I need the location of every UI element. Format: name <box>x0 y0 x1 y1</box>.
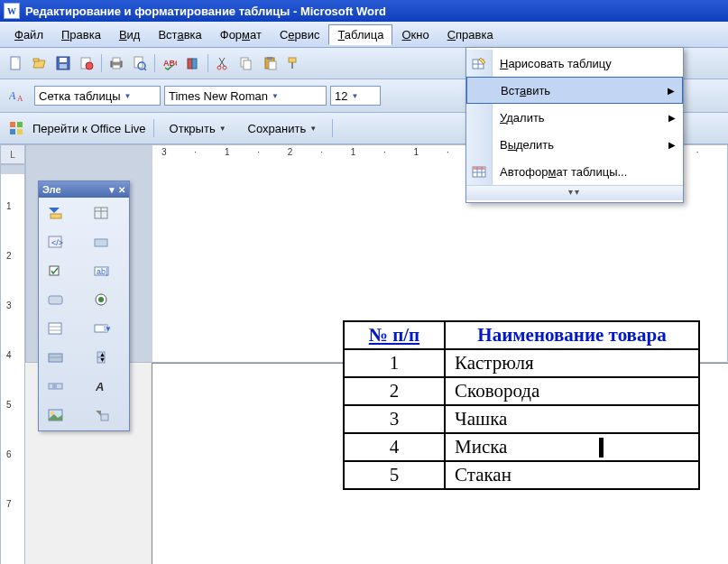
new-doc-icon[interactable] <box>5 52 27 74</box>
chevron-right-icon: ▶ <box>668 113 676 123</box>
format-painter-icon[interactable] <box>282 52 304 74</box>
text-cursor <box>599 438 604 458</box>
properties-icon[interactable] <box>88 201 115 225</box>
font-combo[interactable]: Times New Roman ▼ <box>164 86 327 106</box>
menu-draw-table[interactable]: Нарисовать таблицу <box>466 50 683 77</box>
print-icon[interactable] <box>106 52 127 74</box>
menu-insert[interactable]: Вставка <box>149 24 210 45</box>
label-icon[interactable]: A <box>88 374 115 398</box>
menu-select[interactable]: Выделить ▶ <box>466 131 683 158</box>
menu-autoformat[interactable]: Автоформат таблицы... <box>466 158 683 185</box>
spin-button-icon[interactable]: ▲▼ <box>88 346 115 369</box>
permissions-icon[interactable] <box>76 52 97 74</box>
menu-delete[interactable]: Удалить ▶ <box>466 104 683 131</box>
table-row[interactable]: 2Сковорода <box>344 377 699 405</box>
svg-rect-3 <box>60 58 67 62</box>
table-header-name: Наименование товара <box>445 321 699 349</box>
svg-rect-9 <box>113 65 120 69</box>
svg-rect-22 <box>269 61 276 69</box>
vertical-ruler[interactable]: 1 2 3 4 5 6 7 <box>0 164 25 564</box>
spellcheck-icon[interactable]: ABC <box>159 52 180 74</box>
svg-rect-24 <box>291 62 293 69</box>
combobox-icon[interactable]: ▼ <box>88 317 115 340</box>
paste-icon[interactable] <box>259 52 281 74</box>
menu-file[interactable]: Файл <box>5 24 52 45</box>
chevron-down-icon[interactable]: ▼ <box>107 185 116 195</box>
table-row[interactable]: 4Миска <box>344 433 699 461</box>
svg-rect-62 <box>101 414 108 421</box>
document-table[interactable]: № п/п Наименование товара 1Кастрюля 2Ско… <box>343 320 700 490</box>
office-save-button[interactable]: Сохранить▼ <box>240 118 326 139</box>
code-icon[interactable]: </> <box>42 230 69 254</box>
toolbox-body: </> ab| ▼ ▲▼ A <box>39 198 129 430</box>
separator <box>332 119 333 137</box>
controls-toolbox[interactable]: Эле ▼ ✕ </> ab| ▼ ▲▼ A <box>38 180 130 431</box>
image-icon[interactable] <box>42 403 69 427</box>
menu-window[interactable]: Окно <box>392 24 438 45</box>
svg-rect-21 <box>267 57 272 60</box>
office-open-button[interactable]: Открыть▼ <box>161 118 235 139</box>
titlebar: W Редактирование и форматирование таблиц… <box>0 0 728 22</box>
menu-format[interactable]: Формат <box>211 24 271 45</box>
menu-expand-icon[interactable]: ▾▾ <box>466 185 683 200</box>
listbox-icon[interactable] <box>42 317 69 340</box>
blank-icon <box>466 131 493 158</box>
design-mode-icon[interactable] <box>42 201 69 225</box>
toggle-button-icon[interactable] <box>42 346 69 369</box>
more-controls-icon[interactable] <box>88 403 115 427</box>
copy-icon[interactable] <box>235 52 257 74</box>
office-live-label: Перейти к Office Live <box>32 122 146 135</box>
autoformat-icon <box>466 158 493 185</box>
fontsize-value: 12 <box>335 89 347 103</box>
separator <box>154 54 155 72</box>
svg-rect-27 <box>10 122 15 127</box>
option-button-icon[interactable] <box>88 288 115 311</box>
window-title: Редактирование и форматирование таблицы … <box>25 5 386 18</box>
chevron-down-icon: ▼ <box>219 125 226 133</box>
svg-rect-30 <box>17 129 23 134</box>
styles-icon[interactable]: AA <box>5 85 31 106</box>
group-icon[interactable] <box>88 230 115 254</box>
ruler-corner: L <box>0 144 25 164</box>
print-preview-icon[interactable] <box>129 52 151 74</box>
research-icon[interactable] <box>182 52 204 74</box>
chevron-right-icon: ▶ <box>668 140 676 150</box>
svg-rect-39 <box>50 266 59 275</box>
menu-view[interactable]: Вид <box>110 24 150 45</box>
chevron-down-icon: ▼ <box>351 92 358 100</box>
open-icon[interactable] <box>29 52 51 74</box>
menu-insert[interactable]: Вставить ▶ <box>466 77 683 104</box>
cut-icon[interactable] <box>212 52 234 74</box>
close-icon[interactable]: ✕ <box>118 185 125 195</box>
word-app-icon: W <box>4 3 20 19</box>
table-row[interactable]: 5Стакан <box>344 461 699 489</box>
command-button-icon[interactable] <box>42 288 69 311</box>
save-icon[interactable] <box>52 52 74 74</box>
office-live-icon[interactable] <box>5 117 27 139</box>
svg-rect-4 <box>60 64 67 69</box>
draw-table-icon <box>466 50 493 77</box>
separator <box>101 54 102 72</box>
svg-point-44 <box>98 297 104 302</box>
fontsize-combo[interactable]: 12 ▼ <box>330 86 381 106</box>
svg-rect-29 <box>10 129 15 134</box>
svg-rect-14 <box>188 59 192 69</box>
table-header-num: № п/п <box>344 321 445 349</box>
menu-service[interactable]: Сервис <box>271 24 329 45</box>
svg-rect-32 <box>51 214 61 218</box>
style-combo[interactable]: Сетка таблицы ▼ <box>34 86 161 106</box>
textbox-icon[interactable]: ab| <box>88 259 115 282</box>
menu-table[interactable]: Таблица <box>328 24 392 45</box>
menu-help[interactable]: Справка <box>438 24 502 45</box>
checkbox-icon[interactable] <box>42 259 69 282</box>
menubar: Файл Правка Вид Вставка Формат Сервис Та… <box>0 22 728 48</box>
table-row[interactable]: 3Чашка <box>344 405 699 433</box>
table-menu-dropdown: Нарисовать таблицу Вставить ▶ Удалить ▶ … <box>465 47 684 203</box>
toolbox-titlebar[interactable]: Эле ▼ ✕ <box>39 181 129 198</box>
svg-text:ABC: ABC <box>163 59 177 68</box>
svg-marker-31 <box>49 208 60 213</box>
menu-edit[interactable]: Правка <box>52 24 110 45</box>
separator <box>153 119 154 137</box>
scrollbar-icon[interactable] <box>42 374 69 398</box>
table-row[interactable]: 1Кастрюля <box>344 349 699 377</box>
